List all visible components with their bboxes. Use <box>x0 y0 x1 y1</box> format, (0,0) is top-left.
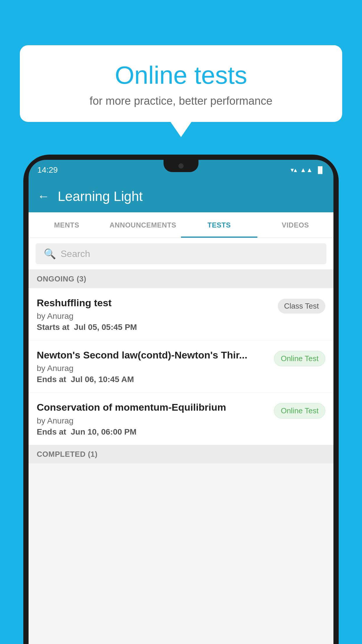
date-value: Jul 06, 10:45 AM <box>71 375 134 384</box>
test-item[interactable]: Conservation of momentum-Equilibrium by … <box>29 393 333 445</box>
speech-bubble: Online tests for more practice, better p… <box>20 45 342 122</box>
test-info: Reshuffling test by Anurag Starts at Jul… <box>37 296 272 332</box>
ongoing-header: ONGOING (3) <box>29 270 333 288</box>
tab-announcements[interactable]: ANNOUNCEMENTS <box>105 212 181 238</box>
date-label: Ends at <box>37 375 66 384</box>
date-value: Jun 10, 06:00 PM <box>71 427 137 436</box>
test-by: by Anurag <box>37 416 268 426</box>
test-name: Newton's Second law(contd)-Newton's Thir… <box>37 349 268 361</box>
status-icons: ▾▴ ▲▲ ▐▌ <box>291 166 325 174</box>
test-list: Reshuffling test by Anurag Starts at Jul… <box>29 288 333 445</box>
date-label: Starts at <box>37 323 69 332</box>
tab-ments[interactable]: MENTS <box>29 212 105 238</box>
date-value: Jul 05, 05:45 PM <box>74 323 137 332</box>
test-badge-class: Class Test <box>278 299 325 314</box>
back-button[interactable]: ← <box>37 189 50 203</box>
search-placeholder: Search <box>61 249 90 259</box>
test-date: Ends at Jun 10, 06:00 PM <box>37 427 268 437</box>
date-label: Ends at <box>37 427 66 436</box>
tabs-bar: MENTS ANNOUNCEMENTS TESTS VIDEOS <box>29 212 333 238</box>
status-time: 14:29 <box>37 165 58 175</box>
search-container: 🔍 Search <box>29 238 333 270</box>
test-date: Ends at Jul 06, 10:45 AM <box>37 375 268 384</box>
completed-header: COMPLETED (1) <box>29 445 333 463</box>
camera <box>178 163 184 169</box>
test-item[interactable]: Newton's Second law(contd)-Newton's Thir… <box>29 340 333 393</box>
tab-tests[interactable]: TESTS <box>181 212 257 238</box>
status-bar: 14:29 ▾▴ ▲▲ ▐▌ <box>29 160 333 180</box>
test-by: by Anurag <box>37 364 268 373</box>
test-item[interactable]: Reshuffling test by Anurag Starts at Jul… <box>29 288 333 340</box>
test-name: Conservation of momentum-Equilibrium <box>37 401 268 414</box>
phone-device: 14:29 ▾▴ ▲▲ ▐▌ ← Learning Light MENTS AN… <box>23 155 339 644</box>
bubble-subtitle: for more practice, better performance <box>31 95 331 107</box>
test-badge-online-2: Online Test <box>274 403 325 419</box>
test-info: Conservation of momentum-Equilibrium by … <box>37 401 268 436</box>
search-icon: 🔍 <box>44 248 56 260</box>
tab-videos[interactable]: VIDEOS <box>257 212 334 238</box>
phone-screen: ← Learning Light MENTS ANNOUNCEMENTS TES… <box>29 180 333 644</box>
signal-icon: ▲▲ <box>300 166 313 174</box>
bubble-title: Online tests <box>31 61 331 89</box>
wifi-icon: ▾▴ <box>291 166 297 174</box>
test-badge-online: Online Test <box>274 351 325 366</box>
app-bar: ← Learning Light <box>29 180 333 212</box>
battery-icon: ▐▌ <box>316 166 325 174</box>
test-name: Reshuffling test <box>37 296 272 309</box>
test-by: by Anurag <box>37 312 272 321</box>
search-bar[interactable]: 🔍 Search <box>36 243 326 264</box>
app-title: Learning Light <box>58 188 143 204</box>
test-date: Starts at Jul 05, 05:45 PM <box>37 323 272 332</box>
phone-notch <box>164 160 198 172</box>
test-info: Newton's Second law(contd)-Newton's Thir… <box>37 349 268 384</box>
